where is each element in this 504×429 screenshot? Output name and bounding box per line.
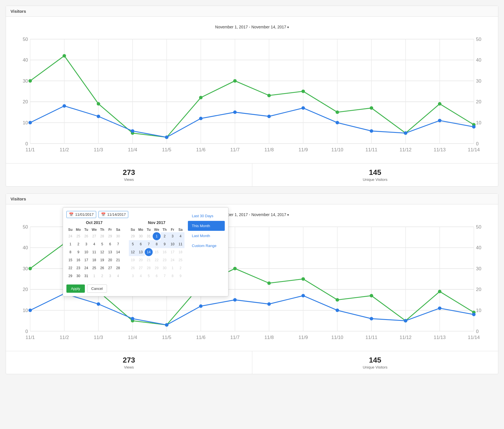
nov-day-20[interactable]: 20 <box>137 256 145 264</box>
nov-next-6[interactable]: 6 <box>153 272 161 280</box>
oct-day-23[interactable]: 23 <box>74 264 82 272</box>
nov-day-10[interactable]: 10 <box>169 240 177 248</box>
oct-day-27[interactable]: 27 <box>90 232 98 240</box>
oct-day-26b[interactable]: 26 <box>98 264 106 272</box>
oct-day-17[interactable]: 17 <box>82 256 90 264</box>
nov-day-2[interactable]: 2 <box>161 232 169 240</box>
nov-next-5[interactable]: 5 <box>145 272 153 280</box>
oct-day-5[interactable]: 5 <box>98 240 106 248</box>
svg-text:10: 10 <box>23 308 28 313</box>
nov-next-8[interactable]: 8 <box>169 272 177 280</box>
nov-next-3[interactable]: 3 <box>129 272 137 280</box>
nov-day-27[interactable]: 27 <box>137 264 145 272</box>
oct-day-18[interactable]: 18 <box>90 256 98 264</box>
nov-day-22[interactable]: 22 <box>153 256 161 264</box>
oct-day-14[interactable]: 14 <box>114 248 122 256</box>
dp-end-input[interactable]: 📅 11/14/2017 <box>98 211 128 218</box>
oct-day-6[interactable]: 6 <box>106 240 114 248</box>
nov-day-24[interactable]: 24 <box>169 256 177 264</box>
nov-day-4[interactable]: 4 <box>177 232 184 240</box>
nov-prev-29[interactable]: 29 <box>129 232 137 240</box>
preset-last30[interactable]: Last 30 Days <box>188 211 225 221</box>
oct-day-15[interactable]: 15 <box>66 256 74 264</box>
oct-day-29[interactable]: 29 <box>66 272 74 280</box>
date-range-button-1[interactable]: November 1, 2017 - November 14, 2017 <box>213 24 291 30</box>
oct-day-21[interactable]: 21 <box>114 256 122 264</box>
oct-day-28b[interactable]: 28 <box>114 264 122 272</box>
nov-day-6[interactable]: 6 <box>137 240 145 248</box>
nov-next-4[interactable]: 4 <box>137 272 145 280</box>
nov-day-21[interactable]: 21 <box>145 256 153 264</box>
nov-prev-30[interactable]: 30 <box>137 232 145 240</box>
nov-day-5[interactable]: 5 <box>129 240 137 248</box>
nov-day-29[interactable]: 29 <box>153 264 161 272</box>
oct-day-29[interactable]: 29 <box>106 232 114 240</box>
oct-day-25[interactable]: 25 <box>74 232 82 240</box>
oct-day-30[interactable]: 30 <box>114 232 122 240</box>
nov-day-18[interactable]: 18 <box>177 248 184 256</box>
oct-day-31[interactable]: 31 <box>82 272 90 280</box>
oct-day-20[interactable]: 20 <box>106 256 114 264</box>
apply-button[interactable]: Apply <box>66 284 85 293</box>
oct-day-22[interactable]: 22 <box>66 264 74 272</box>
oct-day-25b[interactable]: 25 <box>90 264 98 272</box>
nov-day-1[interactable]: 1 <box>153 232 161 240</box>
nov-day-15[interactable]: 15 <box>153 248 161 256</box>
oct-day-16[interactable]: 16 <box>74 256 82 264</box>
oct-day-2[interactable]: 2 <box>74 240 82 248</box>
nov-day-7[interactable]: 7 <box>145 240 153 248</box>
nov-day-26[interactable]: 26 <box>129 264 137 272</box>
oct-day-8[interactable]: 8 <box>66 248 74 256</box>
col-tu: Tu <box>82 227 90 232</box>
cancel-button[interactable]: Cancel <box>87 284 107 293</box>
oct-next-2[interactable]: 2 <box>98 272 106 280</box>
oct-day-10[interactable]: 10 <box>82 248 90 256</box>
oct-day-19[interactable]: 19 <box>98 256 106 264</box>
nov-day-17[interactable]: 17 <box>169 248 177 256</box>
oct-day-3[interactable]: 3 <box>82 240 90 248</box>
nov-day-12[interactable]: 12 <box>129 248 137 256</box>
nov-next-2[interactable]: 2 <box>177 264 184 272</box>
nov-day-28[interactable]: 28 <box>145 264 153 272</box>
oct-day-13[interactable]: 13 <box>106 248 114 256</box>
nov-day-3[interactable]: 3 <box>169 232 177 240</box>
nov-day-14[interactable]: 14 <box>145 248 153 256</box>
oct-next-4[interactable]: 4 <box>114 272 122 280</box>
nov-day-19[interactable]: 19 <box>129 256 137 264</box>
nov-day-8[interactable]: 8 <box>153 240 161 248</box>
oct-next-1[interactable]: 1 <box>90 272 98 280</box>
nov-next-7[interactable]: 7 <box>161 272 169 280</box>
nov-day-13[interactable]: 13 <box>137 248 145 256</box>
nov-day-11[interactable]: 11 <box>177 240 184 248</box>
nov-day-25[interactable]: 25 <box>177 256 184 264</box>
oct-day-12[interactable]: 12 <box>98 248 106 256</box>
dp-nov-header: Nov 2017 <box>129 220 184 225</box>
preset-customrange[interactable]: Custom Range <box>188 241 225 251</box>
nov-day-16[interactable]: 16 <box>161 248 169 256</box>
panel-1-title: Visitors <box>6 6 498 17</box>
preset-lastmonth[interactable]: Last Month <box>188 231 225 241</box>
oct-day-7[interactable]: 7 <box>114 240 122 248</box>
nov-next-9[interactable]: 9 <box>177 272 184 280</box>
nov-prev-31[interactable]: 31 <box>145 232 153 240</box>
oct-day-24[interactable]: 24 <box>66 232 74 240</box>
nov-day-30[interactable]: 30 <box>161 264 169 272</box>
oct-day-11[interactable]: 11 <box>90 248 98 256</box>
oct-day-30b[interactable]: 30 <box>74 272 82 280</box>
dp-start-input[interactable]: 📅 11/01/2017 <box>66 211 96 218</box>
views-stat-1: 273 Views <box>6 164 252 186</box>
nov-next-1[interactable]: 1 <box>169 264 177 272</box>
nov-col-we: We <box>153 227 161 232</box>
nov-day-9[interactable]: 9 <box>161 240 169 248</box>
oct-day-27b[interactable]: 27 <box>106 264 114 272</box>
oct-next-3[interactable]: 3 <box>106 272 114 280</box>
nov-day-23[interactable]: 23 <box>161 256 169 264</box>
oct-day-24b[interactable]: 24 <box>82 264 90 272</box>
oct-day-1[interactable]: 1 <box>66 240 74 248</box>
preset-thismonth[interactable]: This Month <box>188 221 225 231</box>
oct-day-28[interactable]: 28 <box>98 232 106 240</box>
oct-day-4[interactable]: 4 <box>90 240 98 248</box>
svg-point-141 <box>267 302 271 306</box>
oct-day-26[interactable]: 26 <box>82 232 90 240</box>
oct-day-9[interactable]: 9 <box>74 248 82 256</box>
